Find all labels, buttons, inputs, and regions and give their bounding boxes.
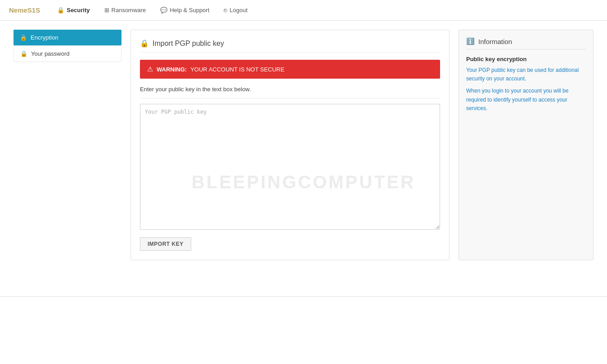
- info-text-2: When you login to your account you will …: [466, 87, 586, 113]
- brand-link[interactable]: NemeS1S: [9, 6, 40, 14]
- panel-title-text: Import PGP public key: [153, 40, 224, 48]
- chat-icon: 💬: [160, 7, 167, 13]
- warning-banner: ⚠ WARNING: YOUR ACCOUNT IS NOT SECURE: [140, 60, 440, 79]
- nav-item-security[interactable]: 🔒 Security: [55, 7, 91, 13]
- nav-item-help[interactable]: 💬 Help & Support: [158, 7, 211, 13]
- warning-message: YOUR ACCOUNT IS NOT SECURE: [190, 66, 284, 73]
- lock-icon: 🔒: [20, 34, 27, 41]
- nav-label-ransomware: Ransomware: [112, 7, 146, 13]
- footer-divider: [0, 296, 607, 297]
- nav-label-help: Help & Support: [170, 7, 209, 13]
- content-panel: 🔒 Import PGP public key ⚠ WARNING: YOUR …: [130, 30, 450, 260]
- info-panel-title: ℹ️ Information: [466, 37, 586, 49]
- sidebar: 🔒 Encryption 🔒 Your password: [13, 30, 121, 260]
- pgp-textarea[interactable]: [140, 104, 440, 230]
- sidebar-item-encryption[interactable]: 🔒 Encryption: [13, 30, 121, 45]
- sidebar-item-password[interactable]: 🔒 Your password: [13, 45, 121, 62]
- panel-title: 🔒 Import PGP public key: [140, 39, 440, 53]
- nav-label-security: Security: [67, 7, 90, 13]
- info-title-text: Information: [478, 38, 512, 45]
- sidebar-label-password: Your password: [31, 50, 70, 57]
- lock-icon: 🔒: [57, 7, 64, 13]
- navbar: NemeS1S 🔒 Security ⊞ Ransomware 💬 Help &…: [0, 0, 607, 21]
- warning-label: WARNING:: [157, 66, 187, 73]
- lock-icon: 🔒: [20, 50, 27, 57]
- nav-item-ransomware[interactable]: ⊞ Ransomware: [103, 7, 148, 13]
- divider: [140, 98, 440, 98]
- grid-icon: ⊞: [104, 7, 109, 13]
- nav-item-logout[interactable]: ⎋ Logout: [222, 7, 249, 13]
- warning-icon: ⚠: [147, 65, 153, 73]
- info-panel: ℹ️ Information Public key encryption You…: [459, 30, 594, 260]
- enter-text: Enter your public key in the text box be…: [140, 86, 440, 93]
- nav-label-logout: Logout: [229, 7, 247, 13]
- info-icon: ℹ️: [466, 37, 475, 45]
- info-text-1: Your PGP public key can be used for addi…: [466, 66, 586, 83]
- sidebar-label-encryption: Encryption: [31, 34, 58, 41]
- import-key-button[interactable]: IMPORT KEY: [140, 237, 191, 251]
- main-container: 🔒 Encryption 🔒 Your password 🔒 Import PG…: [0, 21, 607, 269]
- logout-icon: ⎋: [224, 7, 227, 13]
- info-section-title: Public key encryption: [466, 56, 586, 62]
- panel-lock-icon: 🔒: [140, 39, 149, 48]
